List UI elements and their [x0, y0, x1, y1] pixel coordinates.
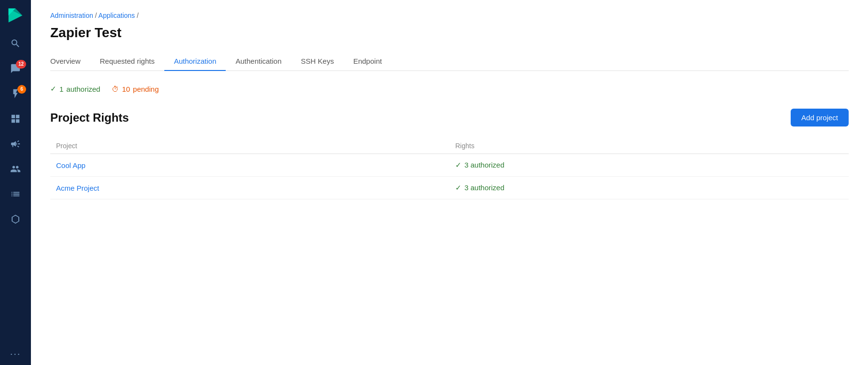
tab-authentication[interactable]: Authentication [226, 52, 291, 71]
pending-count: 10 [122, 85, 130, 93]
sidebar-item-hex[interactable] [0, 207, 31, 232]
hex-icon [10, 214, 21, 225]
breadcrumb-apps[interactable]: Applications [99, 12, 135, 19]
pending-label: pending [133, 85, 159, 93]
tab-overview[interactable]: Overview [50, 52, 90, 71]
breadcrumb: Administration / Applications / [50, 12, 849, 19]
search-icon [10, 38, 21, 49]
lightning-badge: 6 [17, 85, 26, 94]
project-rights: ✓3 authorized [449, 154, 849, 177]
project-rights: ✓3 authorized [449, 177, 849, 199]
tab-requested-rights[interactable]: Requested rights [90, 52, 164, 71]
page-title: Zapier Test [50, 25, 849, 41]
col-header-rights: Rights [449, 138, 849, 154]
sidebar: 12 6 ... [0, 0, 31, 365]
authorized-label: authorized [66, 85, 100, 93]
main-content: Administration / Applications / Zapier T… [31, 0, 868, 365]
add-project-button[interactable]: Add project [791, 109, 849, 126]
table-row: Acme Project ✓3 authorized [50, 177, 849, 199]
section-header: Project Rights Add project [50, 109, 849, 126]
sidebar-item-messages[interactable]: 12 [0, 56, 31, 81]
sidebar-item-lightning[interactable]: 6 [0, 81, 31, 106]
project-rights-table: Project Rights Cool App ✓3 authorized Ac… [50, 138, 849, 199]
table-row: Cool App ✓3 authorized [50, 154, 849, 177]
status-bar: ✓ 1 authorized ⏱ 10 pending [50, 84, 849, 93]
sidebar-item-search[interactable] [0, 31, 31, 56]
users-icon [10, 164, 21, 174]
list-icon [10, 189, 21, 199]
col-header-project: Project [50, 138, 449, 154]
pending-status: ⏱ 10 pending [112, 85, 159, 93]
project-name[interactable]: Cool App [50, 154, 449, 177]
sidebar-item-dashboard[interactable] [0, 106, 31, 131]
sidebar-item-list[interactable] [0, 182, 31, 207]
sidebar-item-users[interactable] [0, 156, 31, 182]
grid-icon [10, 113, 21, 124]
messages-badge: 12 [16, 60, 26, 69]
sidebar-more[interactable]: ... [10, 346, 21, 365]
pending-icon: ⏱ [112, 85, 119, 93]
tab-authorization[interactable]: Authorization [164, 52, 226, 71]
section-title: Project Rights [50, 111, 129, 125]
sidebar-logo[interactable] [0, 0, 31, 31]
check-icon: ✓ [455, 161, 462, 169]
breadcrumb-admin[interactable]: Administration [50, 12, 93, 19]
authorized-status: ✓ 1 authorized [50, 84, 100, 93]
logo-icon [7, 7, 24, 24]
megaphone-icon [10, 139, 21, 149]
check-icon: ✓ [455, 183, 462, 192]
check-icon: ✓ [50, 84, 57, 93]
tab-ssh-keys[interactable]: SSH Keys [291, 52, 344, 71]
authorized-count: 1 [59, 85, 63, 93]
project-name[interactable]: Acme Project [50, 177, 449, 199]
tab-endpoint[interactable]: Endpoint [344, 52, 391, 71]
tabs-bar: Overview Requested rights Authorization … [50, 52, 849, 71]
sidebar-item-megaphone[interactable] [0, 131, 31, 156]
